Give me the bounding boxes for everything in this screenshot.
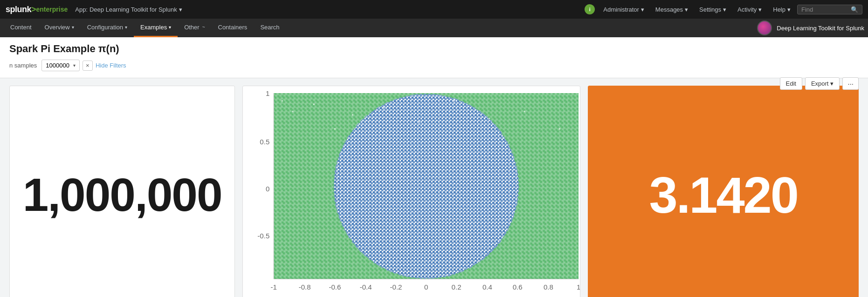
page-header: Spark Pi Example π(n) n samples 1000000 … xyxy=(0,37,868,78)
find-input[interactable] xyxy=(801,6,848,13)
svg-text:0: 0 xyxy=(424,283,428,291)
app-name-bar: App: Deep Learning Toolkit for Splunk ▾ xyxy=(75,6,182,13)
svg-text:0: 0 xyxy=(266,185,269,193)
export-button[interactable]: Export ▾ xyxy=(805,77,840,90)
nav-right: Deep Learning Toolkit for Splunk xyxy=(757,19,864,37)
svg-rect-43 xyxy=(292,111,294,112)
app-name-chevron[interactable]: ▾ xyxy=(179,6,182,13)
page-wrapper: Spark Pi Example π(n) n samples 1000000 … xyxy=(0,37,868,297)
admin-indicator: i xyxy=(585,4,595,14)
svg-rect-47 xyxy=(384,107,385,108)
find-box[interactable]: 🔍 xyxy=(797,5,862,14)
nav-app-title: Deep Learning Toolkit for Splunk xyxy=(777,25,864,32)
edit-button[interactable]: Edit xyxy=(780,77,802,90)
toolbar: Edit Export ▾ ··· xyxy=(780,77,859,90)
filter-label: n samples xyxy=(9,62,37,69)
svg-rect-49 xyxy=(454,100,455,101)
messages-menu[interactable]: Messages ▾ xyxy=(651,4,693,15)
svg-text:0.4: 0.4 xyxy=(482,283,492,291)
svg-text:-0.5: -0.5 xyxy=(257,232,269,240)
dashboard: 1,000,000 1 0.5 0 -0.5 -1 -0.8 -0.6 -0.4… xyxy=(0,78,868,297)
help-menu[interactable]: Help ▾ xyxy=(768,4,795,15)
nav-item-content[interactable]: Content xyxy=(4,19,38,37)
topbar: splunk > enterprise App: Deep Learning T… xyxy=(0,0,868,19)
enterprise-label: enterprise xyxy=(36,6,68,13)
svg-rect-52 xyxy=(559,128,560,129)
app-logo-badge xyxy=(757,20,772,35)
svg-rect-50 xyxy=(489,118,490,119)
svg-text:0.2: 0.2 xyxy=(452,283,462,291)
hide-filters-button[interactable]: Hide Filters xyxy=(96,62,126,69)
svg-rect-44 xyxy=(313,104,315,105)
filter-clear-button[interactable]: × xyxy=(83,61,93,71)
nav-item-configuration[interactable]: Configuration ▾ xyxy=(81,19,134,37)
settings-menu[interactable]: Settings ▾ xyxy=(695,4,731,15)
topbar-right: i Administrator ▾ Messages ▾ Settings ▾ … xyxy=(585,4,862,15)
svg-text:-0.2: -0.2 xyxy=(390,283,402,291)
svg-rect-41 xyxy=(274,93,579,279)
more-options-button[interactable]: ··· xyxy=(842,77,859,90)
pi-value: 3.1420 xyxy=(649,165,797,224)
svg-rect-46 xyxy=(352,114,353,115)
nav-item-containers[interactable]: Containers xyxy=(212,19,254,37)
activity-menu[interactable]: Activity ▾ xyxy=(733,4,766,15)
chart-svg: 1 0.5 0 -0.5 -1 -0.8 -0.6 -0.4 -0.2 0 0.… xyxy=(243,86,580,297)
app-name-text: Deep Learning Toolkit for Splunk xyxy=(90,6,177,13)
page-title: Spark Pi Example π(n) xyxy=(9,43,126,55)
svg-text:-0.8: -0.8 xyxy=(299,283,311,291)
navbar: Content Overview ▾ Configuration ▾ Examp… xyxy=(0,19,868,37)
splunk-wordmark: splunk xyxy=(6,5,31,14)
chart-panel: 1 0.5 0 -0.5 -1 -0.8 -0.6 -0.4 -0.2 0 0.… xyxy=(242,86,580,297)
svg-text:1: 1 xyxy=(577,283,580,291)
nav-item-examples[interactable]: Examples ▾ xyxy=(134,19,178,37)
samples-filter-select[interactable]: 1000000 ▾ xyxy=(41,60,80,71)
splunk-logo[interactable]: splunk > enterprise xyxy=(6,5,68,14)
svg-rect-48 xyxy=(419,121,420,122)
svg-rect-42 xyxy=(282,100,283,101)
svg-rect-45 xyxy=(334,128,336,129)
nav-item-other[interactable]: Other ~ xyxy=(178,19,211,37)
administrator-menu[interactable]: Administrator ▾ xyxy=(599,4,649,15)
svg-text:-0.4: -0.4 xyxy=(360,283,372,291)
app-prefix: App: xyxy=(75,6,88,13)
nav-item-overview[interactable]: Overview ▾ xyxy=(38,19,81,37)
svg-text:1: 1 xyxy=(266,89,269,97)
nav-item-search[interactable]: Search xyxy=(254,19,286,37)
export-chevron: ▾ xyxy=(830,80,834,87)
svg-text:0.8: 0.8 xyxy=(544,283,553,291)
filter-value: 1000000 xyxy=(46,62,69,69)
samples-panel: 1,000,000 xyxy=(9,86,235,297)
svg-rect-51 xyxy=(524,111,525,112)
svg-text:0.5: 0.5 xyxy=(260,138,269,146)
filter-row: n samples 1000000 ▾ × Hide Filters xyxy=(9,55,126,78)
pi-panel: 3.1420 xyxy=(588,86,859,297)
svg-text:-1: -1 xyxy=(271,283,277,291)
svg-text:-0.6: -0.6 xyxy=(329,283,341,291)
search-icon: 🔍 xyxy=(851,6,858,13)
svg-text:0.6: 0.6 xyxy=(513,283,523,291)
filter-chevron: ▾ xyxy=(73,63,76,68)
samples-value: 1,000,000 xyxy=(23,168,222,222)
splunk-arrow: > xyxy=(31,5,36,14)
